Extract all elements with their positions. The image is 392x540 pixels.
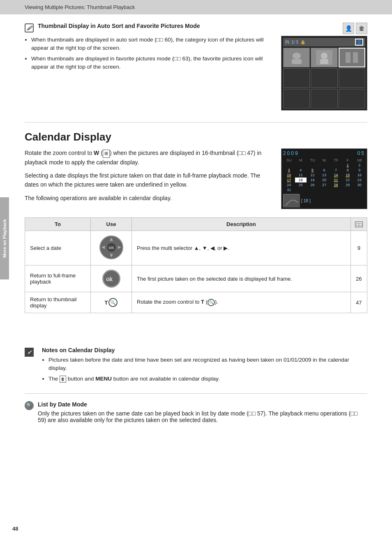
row3-desc: Rotate the zoom control to T (🔍). [132, 292, 351, 313]
calendar-layout: Rotate the zoom control to W (⊞) when th… [25, 148, 367, 209]
calendar-text-col: Rotate the zoom control to W (⊞) when th… [25, 148, 269, 207]
cal-bottom: [ 18 ] [283, 194, 365, 207]
col-to: To [25, 218, 91, 231]
page-number: 48 [12, 526, 18, 532]
thumbnail-grid-mockup: 👤 🗑 IN 1/ 3 🔒 👤 [281, 23, 367, 115]
col-ref: □□ [350, 218, 367, 231]
svg-rect-7 [346, 52, 350, 63]
thumb-cell-6 [339, 68, 365, 88]
thumbnail-bullet-1: When thumbnails are displayed in auto so… [31, 36, 273, 53]
svg-point-4 [321, 53, 327, 59]
operations-table: To Use Description □□ Select a date [25, 217, 367, 313]
notes-bullet-2: The 🗑 button and MENU button are not ava… [48, 375, 367, 383]
row2-desc: The first picture taken on the selected … [132, 265, 351, 292]
thumb-grid-container: IN 1/ 3 🔒 👤 [281, 36, 367, 111]
cal-days-header: SU M TU W Th F SB 1 2 [283, 158, 365, 192]
calendar-display: 2009 05 SU M TU W Th F SB [281, 148, 367, 209]
thumb-grid-status: IN 1/ 3 🔒 👤 [283, 38, 365, 46]
calendar-para-3: The following operations are available i… [25, 194, 269, 203]
cal-year: 2009 [283, 150, 299, 156]
top-icons: 👤 🗑 [281, 23, 367, 34]
ok-button-icon: ok ok [102, 270, 120, 288]
table-row-select-date: Select a date [25, 231, 367, 265]
calendar-para-1: Rotate the zoom control to W (⊞) when th… [25, 148, 269, 167]
calendar-section-title: Calendar Display [25, 131, 367, 143]
list-by-date-section: 🔍 List by Date Mode Only the pictures ta… [25, 401, 367, 423]
thumb-cell-2 [311, 48, 337, 67]
notes-title: Notes on Calendar Display [42, 347, 367, 353]
notes-flag-icon: ✓ [25, 348, 34, 357]
list-date-body: Only the pictures taken on the same date… [38, 410, 367, 423]
table-header-row: To Use Description □□ [25, 218, 367, 231]
multi-selector-icon: OK [99, 235, 124, 260]
svg-text:ok: ok [106, 276, 113, 282]
col-use: Use [91, 218, 132, 231]
trash-icon: 🗑 [356, 23, 367, 34]
thumbnail-bullets: When thumbnails are displayed in auto so… [25, 36, 273, 71]
note-icon: 🖊 [25, 23, 34, 32]
svg-rect-2 [292, 59, 302, 64]
thumb-cell-8 [311, 89, 337, 108]
list-date-text: List by Date Mode Only the pictures take… [38, 401, 367, 423]
person-icon: 👤 [343, 23, 354, 34]
thumbnail-bullet-2: When thumbnails are displayed in favorit… [31, 55, 273, 72]
svg-rect-8 [353, 52, 358, 63]
header-title: Viewing Multiple Pictures: Thumbnail Pla… [25, 4, 135, 10]
row1-ref: 9 [350, 231, 367, 265]
thumb-cell-9 [339, 89, 365, 108]
notes-text: Notes on Calendar Display Pictures taken… [42, 347, 367, 385]
thumbnail-section: 🖊 Thumbnail Display in Auto Sort and Fav… [25, 23, 367, 115]
svg-rect-5 [320, 59, 328, 64]
row2-ref: 26 [350, 265, 367, 292]
svg-text:OK: OK [108, 246, 114, 250]
thumb-cell-1 [283, 48, 310, 67]
calendar-section: Calendar Display Rotate the zoom control… [25, 131, 367, 209]
sidebar-label: More on Playback [0, 197, 9, 279]
notes-bullet-1: Pictures taken before the date and time … [48, 356, 367, 373]
cal-selected-day: 18 [295, 178, 307, 182]
table-row-thumbnail: Return to thumbnail display T 🔍 Rotate t… [25, 292, 367, 313]
cal-month: 05 [357, 150, 365, 156]
page-header: Viewing Multiple Pictures: Thumbnail Pla… [0, 0, 392, 14]
row1-to: Select a date [25, 231, 91, 265]
calendar-para-2: Selecting a date displays the first pict… [25, 171, 269, 189]
svg-point-1 [293, 53, 301, 59]
cal-photo [283, 194, 300, 207]
list-date-title: List by Date Mode [38, 401, 367, 408]
col-description: Description [132, 218, 351, 231]
row3-to: Return to thumbnail display [25, 292, 91, 313]
thumb-cell-7 [283, 89, 310, 108]
calendar-image-col: 2009 05 SU M TU W Th F SB [277, 148, 367, 209]
thumb-cell-3 [339, 48, 365, 67]
thumb-grid-rows [283, 48, 365, 108]
cal-frame-count: 18 [304, 198, 308, 203]
row1-desc: Press the multi selector ▲, ▼, ◀, or ▶. [132, 231, 351, 265]
t-zoom-icon: T 🔍 [105, 298, 118, 307]
row2-use: ok ok [91, 265, 132, 292]
row2-to: Return to full-frame playback [25, 265, 91, 292]
row1-use: OK [91, 231, 132, 265]
table-row-full-frame: Return to full-frame playback ok ok The … [25, 265, 367, 292]
thumbnail-section-title: Thumbnail Display in Auto Sort and Favor… [38, 23, 200, 29]
notes-bullets: Pictures taken before the date and time … [42, 356, 367, 383]
row3-ref: 47 [350, 292, 367, 313]
cal-header: 2009 05 [283, 150, 365, 156]
row3-use: T 🔍 [91, 292, 132, 313]
thumb-cell-5 [311, 68, 337, 88]
notes-section: ✓ Notes on Calendar Display Pictures tak… [25, 347, 367, 385]
list-date-icon: 🔍 [25, 401, 34, 410]
thumb-cell-4 [283, 68, 310, 88]
